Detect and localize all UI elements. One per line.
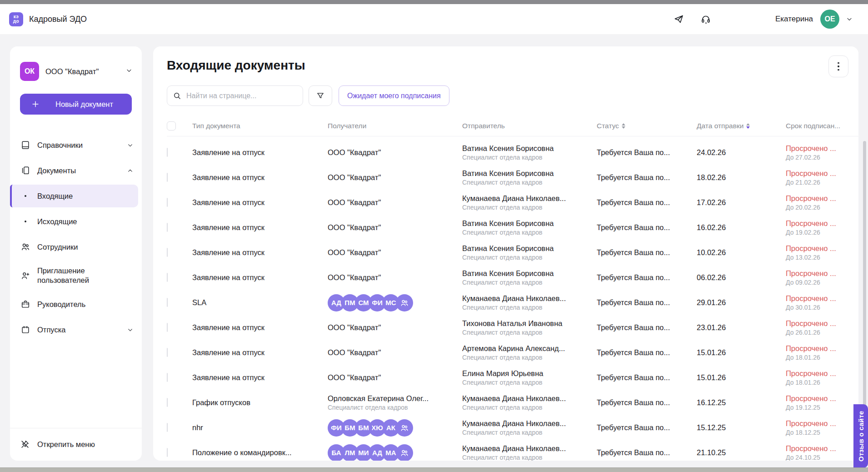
column-header-status[interactable]: Статус — [597, 122, 697, 130]
sort-icon-active[interactable] — [746, 123, 750, 129]
table-row[interactable]: Заявление на отпускООО "Квадрат"Тихонова… — [167, 315, 858, 340]
deadline-cell: Просрочено ...До 18.01.26 — [786, 344, 858, 361]
recipient-role: Специалист отдела кадров — [328, 404, 462, 411]
user-menu-chevron-down-icon[interactable] — [843, 13, 855, 25]
org-switcher[interactable]: ОК ООО "Квадрат" — [10, 46, 142, 81]
row-checkbox[interactable] — [167, 223, 168, 232]
table-row[interactable]: Положение о командировк...БАЛММИАДМАКума… — [167, 440, 858, 461]
sidebar-item-manager[interactable]: Руководитель — [10, 293, 142, 316]
overdue-label: Просрочено ... — [786, 294, 858, 303]
column-header-sent-date[interactable]: Дата отправки — [697, 122, 786, 130]
document-type: Заявление на отпуск — [192, 248, 328, 257]
sender-cell: Артемова Карина Александ...Специалист от… — [462, 344, 597, 361]
sidebar-item-directories[interactable]: Справочники — [10, 134, 142, 156]
sidebar-item-documents[interactable]: Документы — [10, 159, 142, 182]
sidebar: ОК ООО "Квадрат" Новый документ Справочн… — [10, 46, 142, 461]
sender-cell: Ватина Ксения БорисовнаСпециалист отдела… — [462, 144, 597, 161]
column-header-sign-deadline[interactable]: Срок подписан... — [786, 122, 858, 130]
sidebar-item-label: Документы — [37, 166, 76, 175]
status-cell: Требуется Ваша по... — [597, 448, 697, 457]
document-type: nhr — [192, 423, 328, 432]
recipient-name: ООО "Квадрат" — [328, 173, 462, 182]
deadline-cell: Просрочено ...До 19.02.26 — [786, 219, 858, 236]
sender-role: Специалист отдела кадров — [462, 354, 597, 361]
overdue-label: Просрочено ... — [786, 169, 858, 178]
row-checkbox[interactable] — [167, 373, 168, 382]
row-checkbox[interactable] — [167, 398, 168, 407]
recipients-cell: ООО "Квадрат" — [328, 323, 462, 332]
site-feedback-tab[interactable]: Отзыв о сайте — [853, 404, 868, 468]
sender-role: Специалист отдела кадров — [462, 254, 597, 261]
table-row[interactable]: SLAАДПМСМФИМСКуманаева Диана Николаев...… — [167, 290, 858, 315]
filter-button[interactable] — [309, 85, 332, 106]
status-cell: Требуется Ваша по... — [597, 173, 697, 182]
table-row[interactable]: Заявление на отпускООО "Квадрат"Куманаев… — [167, 190, 858, 215]
sidebar-item-outbox[interactable]: Исходящие — [10, 210, 142, 233]
overdue-label: Просрочено ... — [786, 344, 858, 353]
sent-date: 24.02.26 — [697, 148, 786, 157]
sent-date: 17.02.26 — [697, 198, 786, 207]
row-checkbox[interactable] — [167, 198, 168, 207]
select-all-checkbox[interactable] — [167, 121, 176, 131]
row-checkbox[interactable] — [167, 273, 168, 282]
table-row[interactable]: Заявление на отпускООО "Квадрат"Ватина К… — [167, 265, 858, 290]
deadline-until: До 30.01.26 — [786, 304, 858, 311]
toolbar: Ожидает моего подписания — [167, 85, 449, 106]
table-row[interactable]: Заявление на отпускООО "Квадрат"Елина Ма… — [167, 365, 858, 390]
deadline-until: До 20.02.26 — [786, 204, 858, 211]
table-row[interactable]: Заявление на отпускООО "Квадрат"Ватина К… — [167, 240, 858, 265]
table-row[interactable]: Заявление на отпускООО "Квадрат"Ватина К… — [167, 165, 858, 190]
row-checkbox[interactable] — [167, 448, 168, 457]
sender-name: Куманаева Диана Николаев... — [462, 294, 597, 303]
deadline-until: До 27.02.26 — [786, 154, 858, 161]
pin-slash-icon — [20, 439, 30, 450]
calendar-icon — [20, 325, 30, 335]
table-row[interactable]: nhrФИБМБМХЮАККуманаева Диана Николаев...… — [167, 415, 858, 440]
deadline-cell: Просрочено ...До 18.12.25 — [786, 419, 858, 436]
search-input[interactable] — [186, 92, 297, 100]
support-headphones-icon[interactable] — [700, 13, 712, 25]
sender-name: Ватина Ксения Борисовна — [462, 219, 597, 228]
table-row[interactable]: Заявление на отпускООО "Квадрат"Ватина К… — [167, 215, 858, 240]
column-header-sender[interactable]: Отправитель — [462, 122, 597, 130]
sender-name: Куманаева Диана Николаев... — [462, 419, 597, 428]
more-actions-kebab-button[interactable] — [828, 55, 848, 77]
overdue-label: Просрочено ... — [786, 194, 858, 203]
user-avatar[interactable]: ОЕ — [820, 10, 839, 29]
unpin-menu-button[interactable]: Открепить меню — [10, 428, 142, 461]
new-document-button[interactable]: Новый документ — [20, 94, 132, 115]
sort-icon[interactable] — [622, 123, 625, 129]
row-checkbox[interactable] — [167, 298, 168, 307]
awaiting-my-signature-chip[interactable]: Ожидает моего подписания — [339, 85, 449, 106]
row-checkbox[interactable] — [167, 248, 168, 257]
send-icon[interactable] — [673, 13, 684, 25]
table-row[interactable]: График отпусковОрловская Екатерина Олег.… — [167, 390, 858, 415]
sidebar-item-invite-users[interactable]: Приглашение пользователей — [10, 261, 142, 290]
sender-role: Специалист отдела кадров — [462, 429, 597, 436]
sidebar-item-inbox[interactable]: Входящие — [10, 185, 138, 207]
row-checkbox[interactable] — [167, 348, 168, 357]
sidebar-item-vacations[interactable]: Отпуска — [10, 318, 142, 341]
column-header-recipients[interactable]: Получатели — [328, 122, 462, 130]
column-header-type[interactable]: Тип документа — [192, 122, 328, 130]
row-checkbox[interactable] — [167, 423, 168, 432]
sender-name: Артемова Карина Александ... — [462, 344, 597, 353]
app-header: кэ до Кадровый ЭДО Екатерина ОЕ — [0, 4, 868, 34]
sender-name: Ватина Ксения Борисовна — [462, 269, 597, 278]
recipient-name: Орловская Екатерина Олег... — [328, 394, 462, 403]
deadline-cell: Просрочено ...До 27.02.26 — [786, 144, 858, 161]
deadline-cell: Просрочено ...До 09.02.26 — [786, 269, 858, 286]
page-title: Входящие документы — [167, 58, 305, 73]
table-row[interactable]: Заявление на отпускООО "Квадрат"Ватина К… — [167, 140, 858, 165]
app-logo-icon: кэ до — [9, 12, 23, 26]
table-row[interactable]: Заявление на отпускООО "Квадрат"Артемова… — [167, 340, 858, 365]
row-checkbox[interactable] — [167, 323, 168, 332]
sidebar-item-employees[interactable]: Сотрудники — [10, 236, 142, 258]
row-checkbox[interactable] — [167, 148, 168, 157]
row-checkbox[interactable] — [167, 173, 168, 182]
document-type: Заявление на отпуск — [192, 273, 328, 282]
sent-date: 23.01.26 — [697, 323, 786, 332]
bullet-icon — [20, 195, 30, 197]
recipient-name: ООО "Квадрат" — [328, 148, 462, 157]
sender-role: Специалист отдела кадров — [462, 204, 597, 211]
